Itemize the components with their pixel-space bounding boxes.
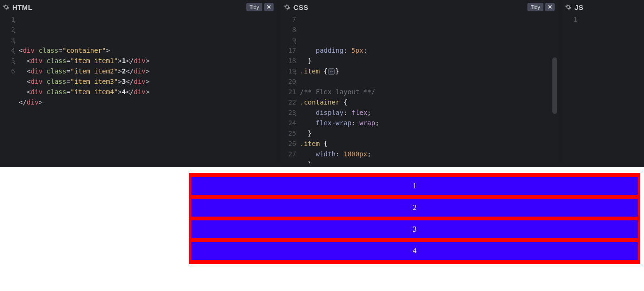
panel-actions-html: Tidy ✕ xyxy=(246,3,274,11)
line-number: 3▾ xyxy=(0,35,15,45)
code-js[interactable] xyxy=(581,14,644,163)
line-number: 7 xyxy=(281,14,296,24)
code-line[interactable]: <div class="item item1">1</div> xyxy=(19,56,276,66)
panel-header-html: HTML Tidy ✕ xyxy=(0,0,276,14)
code-line[interactable]: .item {↔} xyxy=(300,66,558,76)
panel-title-js: JS xyxy=(574,3,583,11)
line-number: 27 xyxy=(281,149,296,159)
line-number: 21 xyxy=(281,87,296,97)
gutter-html: 1▾2▾3▾4▾5▾6 xyxy=(0,14,19,163)
close-button[interactable]: ✕ xyxy=(545,3,555,11)
line-number: 6 xyxy=(0,66,15,76)
panel-title-html: HTML xyxy=(12,3,32,11)
panel-header-left: HTML xyxy=(3,3,32,11)
panel-header-js: JS xyxy=(562,0,644,14)
line-number: 23▾ xyxy=(281,107,296,118)
output-item: 4 xyxy=(191,242,638,260)
line-number: 26 xyxy=(281,138,296,149)
panel-css: CSS Tidy ✕ 789▸171819▾20212223▾24252627 … xyxy=(281,0,558,163)
line-number: 5▾ xyxy=(0,56,15,66)
editor-js[interactable]: 1 xyxy=(562,14,644,163)
line-number: 18 xyxy=(281,56,296,66)
panel-header-left: JS xyxy=(565,3,583,11)
line-number: 25 xyxy=(281,128,296,138)
line-number: 17 xyxy=(281,45,296,56)
code-line[interactable]: padding: 5px; xyxy=(300,45,558,56)
gear-icon[interactable] xyxy=(3,4,9,10)
output-container: 1234 xyxy=(189,173,640,264)
gutter-js: 1 xyxy=(562,14,581,163)
panel-actions-css: Tidy ✕ xyxy=(527,3,555,11)
line-number: 19▾ xyxy=(281,66,296,76)
tidy-button[interactable]: Tidy xyxy=(246,3,262,11)
panel-header-css: CSS Tidy ✕ xyxy=(281,0,558,14)
panel-header-left: CSS xyxy=(284,3,308,11)
line-number: 2▾ xyxy=(0,24,15,35)
tidy-button[interactable]: Tidy xyxy=(527,3,543,11)
code-line[interactable]: </div> xyxy=(19,97,276,107)
code-line[interactable]: <div class="container"> xyxy=(19,45,276,56)
output-item: 2 xyxy=(191,199,638,217)
output-pane: 1234 xyxy=(0,167,644,291)
code-line[interactable]: } xyxy=(300,128,558,138)
line-number: 20 xyxy=(281,76,296,87)
output-item: 1 xyxy=(191,177,638,195)
code-html[interactable]: <div class="container"> <div class="item… xyxy=(19,14,276,163)
code-line[interactable] xyxy=(300,76,558,87)
code-line[interactable]: display: flex; xyxy=(300,107,558,118)
line-number: 1 xyxy=(562,14,577,24)
editor-css[interactable]: 789▸171819▾20212223▾24252627 padding: 5p… xyxy=(281,14,558,163)
code-line[interactable]: flex-wrap: wrap; xyxy=(300,118,558,128)
code-line[interactable] xyxy=(581,14,644,24)
panel-title-css: CSS xyxy=(293,3,308,11)
output-item: 3 xyxy=(191,220,638,238)
gear-icon[interactable] xyxy=(565,4,572,10)
line-number: 24 xyxy=(281,118,296,128)
code-line[interactable]: <div class="item item2">2</div> xyxy=(19,66,276,76)
panel-js: JS 1 xyxy=(562,0,644,163)
close-button[interactable]: ✕ xyxy=(264,3,274,11)
code-css[interactable]: padding: 5px; }.item {↔} /** Flex layout… xyxy=(300,14,558,163)
code-line[interactable]: .container { xyxy=(300,97,558,107)
gutter-css: 789▸171819▾20212223▾24252627 xyxy=(281,14,300,163)
code-line[interactable]: /** Flex layout **/ xyxy=(300,87,558,97)
line-number: 22 xyxy=(281,97,296,107)
line-number: 1▾ xyxy=(0,14,15,24)
line-number: 9▸ xyxy=(281,35,296,45)
gear-icon[interactable] xyxy=(284,4,291,10)
code-line[interactable]: .item { xyxy=(300,138,558,149)
code-line[interactable]: <div class="item item4">4</div> xyxy=(19,87,276,97)
scrollbar-thumb[interactable] xyxy=(552,57,557,114)
line-number: 8 xyxy=(281,24,296,35)
code-line[interactable]: } xyxy=(300,56,558,66)
panel-html: HTML Tidy ✕ 1▾2▾3▾4▾5▾6 <div class="cont… xyxy=(0,0,276,163)
editor-html[interactable]: 1▾2▾3▾4▾5▾6 <div class="container"> <div… xyxy=(0,14,276,163)
code-line[interactable]: } xyxy=(300,159,558,163)
code-line[interactable]: <div class="item item3">3</div> xyxy=(19,76,276,87)
line-number: 4▾ xyxy=(0,45,15,56)
editors-row: HTML Tidy ✕ 1▾2▾3▾4▾5▾6 <div class="cont… xyxy=(0,0,644,167)
code-line[interactable]: width: 1000px; xyxy=(300,149,558,159)
